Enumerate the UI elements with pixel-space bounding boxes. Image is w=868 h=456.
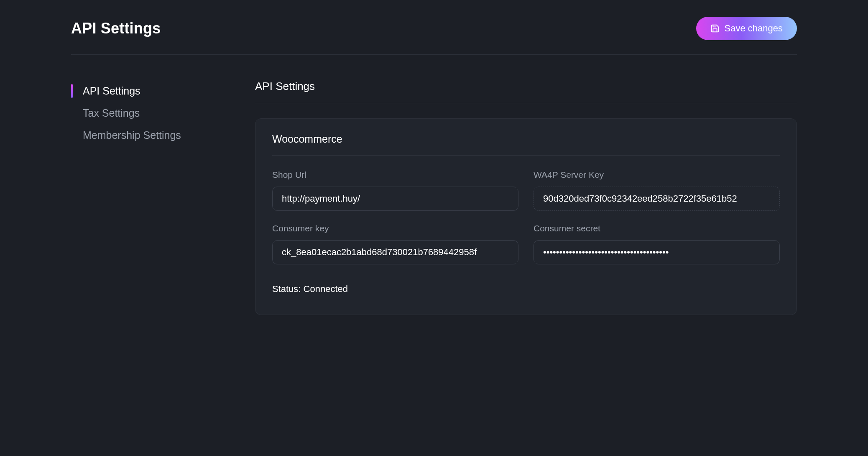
sidebar-item-api-settings[interactable]: API Settings bbox=[71, 80, 230, 102]
sidebar-item-label: API Settings bbox=[83, 85, 140, 97]
settings-sidebar: API Settings Tax Settings Membership Set… bbox=[71, 80, 230, 315]
panel-title: Woocommerce bbox=[272, 133, 780, 156]
page-title: API Settings bbox=[71, 20, 161, 37]
server-key-input[interactable] bbox=[534, 187, 780, 211]
sidebar-item-tax-settings[interactable]: Tax Settings bbox=[71, 102, 230, 124]
field-consumer-key: Consumer key bbox=[272, 223, 518, 264]
section-title: API Settings bbox=[255, 80, 797, 103]
save-icon bbox=[710, 24, 720, 33]
save-changes-button[interactable]: Save changes bbox=[696, 17, 797, 40]
field-label: Consumer secret bbox=[534, 223, 780, 233]
field-shop-url: Shop Url bbox=[272, 170, 518, 211]
field-label: Consumer key bbox=[272, 223, 518, 233]
sidebar-item-membership-settings[interactable]: Membership Settings bbox=[71, 124, 230, 146]
field-consumer-secret: Consumer secret bbox=[534, 223, 780, 264]
shop-url-input[interactable] bbox=[272, 187, 518, 211]
page-header: API Settings Save changes bbox=[71, 17, 797, 55]
sidebar-item-label: Tax Settings bbox=[83, 107, 140, 119]
field-server-key: WA4P Server Key bbox=[534, 170, 780, 211]
main-content: API Settings Woocommerce Shop Url WA4P S… bbox=[255, 80, 797, 315]
sidebar-item-label: Membership Settings bbox=[83, 129, 181, 141]
consumer-secret-input[interactable] bbox=[534, 240, 780, 264]
save-button-label: Save changes bbox=[725, 23, 783, 34]
connection-status: Status: Connected bbox=[272, 284, 780, 295]
field-label: WA4P Server Key bbox=[534, 170, 780, 180]
field-label: Shop Url bbox=[272, 170, 518, 180]
consumer-key-input[interactable] bbox=[272, 240, 518, 264]
woocommerce-panel: Woocommerce Shop Url WA4P Server Key Con… bbox=[255, 118, 797, 315]
